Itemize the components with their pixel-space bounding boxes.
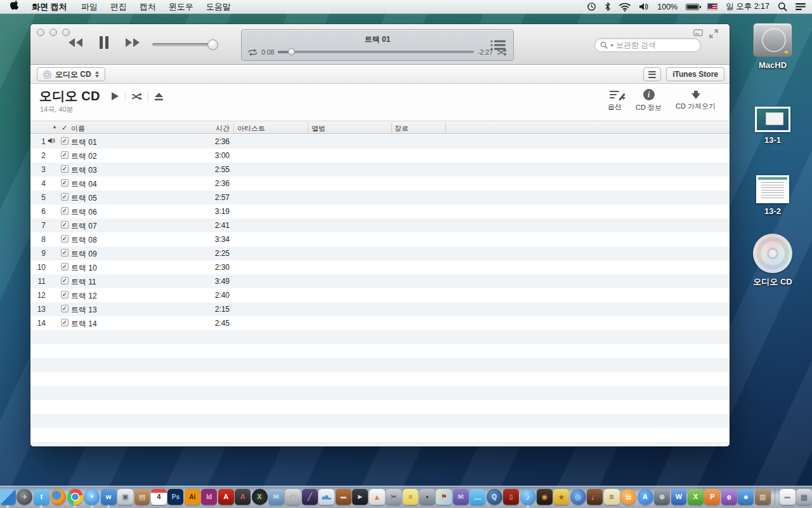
- track-checkbox[interactable]: ✓: [61, 137, 69, 145]
- dock-ms-excel-icon[interactable]: X: [688, 489, 704, 505]
- track-row[interactable]: 10✓트랙 102:30: [30, 260, 730, 274]
- dock-grab-icon[interactable]: ✂: [386, 489, 402, 505]
- dock-audio-recorder-icon[interactable]: ●: [419, 489, 435, 505]
- pause-button[interactable]: [99, 36, 109, 50]
- dock-app-store-icon[interactable]: A: [638, 489, 653, 505]
- play-album-button[interactable]: [105, 91, 125, 101]
- dock-indesign-icon[interactable]: Id: [201, 489, 217, 505]
- dock-ms-word-icon[interactable]: W: [671, 489, 687, 505]
- track-checkbox[interactable]: ✓: [61, 151, 69, 159]
- shuffle-album-button[interactable]: [126, 93, 148, 100]
- track-checkbox[interactable]: ✓: [61, 319, 69, 326]
- track-checkbox[interactable]: ✓: [61, 207, 69, 215]
- dock-preview-icon[interactable]: ▣: [117, 489, 133, 505]
- track-row[interactable]: 2✓트랙 023:00: [30, 149, 730, 163]
- dock-ibooks-icon[interactable]: ▤: [620, 489, 636, 505]
- previous-button[interactable]: [67, 37, 84, 48]
- dock-trash-icon[interactable]: ▦: [796, 489, 812, 505]
- menu-bar-clock[interactable]: 일 오후 2:17: [726, 1, 769, 12]
- track-row[interactable]: 6✓트랙 063:19: [30, 204, 730, 218]
- column-name[interactable]: 이름: [71, 124, 85, 133]
- up-next-list-icon[interactable]: [490, 39, 506, 53]
- dock-iphoto-icon[interactable]: ◉: [537, 489, 553, 505]
- track-row[interactable]: 8✓트랙 083:34: [30, 232, 730, 246]
- progress-knob[interactable]: [288, 48, 295, 55]
- dock-calendar-icon[interactable]: 4: [151, 489, 167, 505]
- column-album[interactable]: 앨범: [311, 124, 325, 133]
- volume-slider-knob[interactable]: [207, 39, 218, 50]
- fullscreen-icon[interactable]: [709, 29, 718, 38]
- dock-acrobat-icon[interactable]: A: [218, 489, 234, 505]
- cd-import-button[interactable]: CD 가져오기: [676, 89, 716, 112]
- view-options-button[interactable]: [643, 67, 661, 81]
- desktop-icon-audio-cd[interactable]: 오디오 CD: [738, 234, 808, 288]
- track-row[interactable]: 1✓트랙 012:36: [30, 135, 730, 149]
- column-artist[interactable]: 아티스트: [237, 124, 265, 133]
- track-checkbox[interactable]: ✓: [61, 235, 69, 243]
- menu-item-윈도우[interactable]: 윈도우: [162, 0, 200, 14]
- search-field[interactable]: ▼ 보관함 검색: [594, 38, 701, 52]
- track-checkbox[interactable]: ✓: [61, 305, 69, 312]
- dock-adobe-reader-icon[interactable]: A: [235, 489, 251, 505]
- track-checkbox[interactable]: ✓: [61, 263, 69, 271]
- spotlight-search-icon[interactable]: [778, 2, 787, 11]
- dock-utility-grid-icon[interactable]: ⊛: [654, 489, 670, 505]
- apple-menu-icon[interactable]: [8, 1, 22, 13]
- track-checkbox[interactable]: ✓: [61, 277, 69, 284]
- column-check[interactable]: ✓: [62, 124, 67, 132]
- track-checkbox[interactable]: ✓: [61, 193, 69, 201]
- desktop-icon-13-2[interactable]: 13-2: [738, 175, 808, 216]
- dock-itunes-icon[interactable]: ♪: [520, 489, 536, 505]
- track-checkbox[interactable]: ✓: [61, 165, 69, 173]
- dock-entourage-icon[interactable]: e: [721, 489, 737, 505]
- input-source-flag-icon[interactable]: [707, 3, 717, 10]
- options-button[interactable]: 옵션: [608, 89, 622, 112]
- dock-messages-icon[interactable]: …: [469, 489, 485, 505]
- dock-mail-stamp-icon[interactable]: ✉: [268, 489, 284, 505]
- dock-twitter-icon[interactable]: t: [34, 489, 49, 505]
- desktop-icon-machd[interactable]: MacHD: [738, 23, 808, 70]
- dock-star-app-icon[interactable]: ★: [553, 489, 569, 505]
- dock-ink-app-icon[interactable]: ╱: [302, 489, 318, 505]
- track-checkbox[interactable]: ✓: [61, 291, 69, 298]
- mini-player-icon[interactable]: [693, 29, 703, 36]
- track-row[interactable]: 4✓트랙 042:36: [30, 177, 730, 190]
- volume-icon[interactable]: [639, 3, 649, 11]
- dock-photoshop-icon[interactable]: Ps: [167, 489, 183, 505]
- dock-photo-booth-icon[interactable]: ▯: [503, 489, 519, 505]
- dock-dvd-player-icon[interactable]: ◎: [570, 489, 586, 505]
- progress-bar[interactable]: [278, 51, 474, 53]
- column-genre[interactable]: 장르: [395, 124, 409, 133]
- dock-notes-pad-icon[interactable]: ≋: [604, 489, 620, 505]
- menu-item-파일[interactable]: 파일: [75, 0, 104, 14]
- time-machine-icon[interactable]: [587, 2, 596, 11]
- minimize-button[interactable]: [49, 29, 57, 36]
- dock-mailbox-icon[interactable]: ✉: [453, 489, 469, 505]
- menu-item-도움말[interactable]: 도움말: [200, 0, 237, 14]
- dock-firefox-icon[interactable]: [50, 489, 66, 505]
- dock-keynote-icon[interactable]: ▬: [336, 489, 351, 505]
- dock-media-player-icon[interactable]: ▶: [352, 489, 368, 505]
- track-row[interactable]: 5✓트랙 052:57: [30, 190, 730, 204]
- dock-messenger-icon[interactable]: ☻: [738, 489, 754, 505]
- itunes-store-button[interactable]: iTunes Store: [666, 67, 724, 81]
- dock-ms-powerpoint-icon[interactable]: P: [704, 489, 720, 505]
- sort-indicator-icon[interactable]: ▲: [52, 124, 57, 130]
- dock-quicktime-icon[interactable]: Q: [487, 489, 502, 505]
- bluetooth-icon[interactable]: [605, 2, 611, 11]
- volume-slider[interactable]: [152, 43, 213, 46]
- next-button[interactable]: [124, 37, 141, 48]
- close-button[interactable]: [37, 29, 44, 36]
- repeat-icon[interactable]: [248, 49, 258, 56]
- track-row[interactable]: 13✓트랙 132:15: [30, 302, 730, 316]
- wifi-icon[interactable]: [619, 3, 631, 11]
- dock-numbers-icon[interactable]: ▅▇▃: [318, 489, 334, 505]
- dock-finder-icon[interactable]: [0, 489, 16, 505]
- dock-w-app-icon[interactable]: w: [101, 489, 117, 505]
- dock-x-app-icon[interactable]: X: [252, 489, 268, 505]
- menu-item-캡처[interactable]: 캡처: [133, 0, 162, 14]
- dock-launchpad-icon[interactable]: ✈: [16, 489, 32, 505]
- dock-safari-icon[interactable]: ✶: [84, 489, 100, 505]
- dock-toast-icon[interactable]: ◠: [285, 489, 301, 505]
- menu-item-편집[interactable]: 편집: [104, 0, 133, 14]
